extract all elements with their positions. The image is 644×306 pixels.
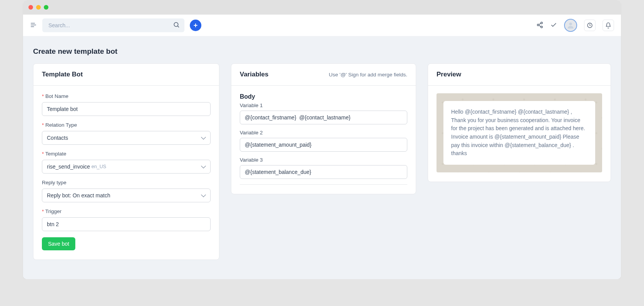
variable-1-label: Variable 1 — [240, 103, 407, 108]
variable-1-input[interactable] — [240, 111, 407, 124]
template-bot-card: Template Bot Bot Name Relation Type Cont… — [33, 63, 219, 260]
window-maximize-icon[interactable] — [44, 5, 48, 10]
bell-icon[interactable] — [603, 20, 614, 31]
template-label: Template — [42, 151, 211, 157]
reply-type-select[interactable]: Reply bot: On exact match — [42, 189, 211, 202]
template-value: rise_send_invoice — [47, 164, 90, 170]
preview-card-title: Preview — [437, 71, 461, 78]
svg-point-9 — [541, 26, 543, 28]
variables-card: Variables Use '@' Sign for add merge fie… — [231, 63, 416, 194]
bot-name-label: Bot Name — [42, 93, 211, 99]
preview-frame: Hello @{contact_firstname} @{contact_las… — [437, 93, 602, 172]
trigger-input[interactable] — [42, 217, 211, 231]
page-title: Create new template bot — [33, 47, 611, 56]
history-icon[interactable] — [584, 20, 596, 31]
reply-type-label: Reply type — [42, 180, 211, 185]
search-icon[interactable] — [173, 22, 180, 30]
topbar — [23, 15, 621, 36]
svg-line-11 — [539, 25, 541, 26]
menu-toggle-icon[interactable] — [30, 22, 37, 30]
preview-message: Hello @{contact_firstname} @{contact_las… — [443, 101, 595, 165]
window-minimize-icon[interactable] — [36, 5, 41, 10]
svg-point-8 — [537, 24, 539, 26]
template-locale: en_US — [91, 164, 106, 169]
trigger-label: Trigger — [42, 208, 211, 214]
svg-line-10 — [539, 23, 541, 24]
save-button[interactable]: Save bot — [42, 237, 75, 250]
variables-card-title: Variables — [240, 71, 269, 78]
variable-3-label: Variable 3 — [240, 157, 407, 163]
reply-type-value: Reply bot: On exact match — [47, 192, 110, 198]
template-bot-card-title: Template Bot — [42, 71, 83, 78]
svg-line-4 — [178, 26, 179, 27]
variable-2-label: Variable 2 — [240, 130, 407, 136]
titlebar — [23, 0, 621, 15]
search-wrap — [42, 18, 184, 32]
divider — [240, 184, 407, 185]
share-icon[interactable] — [536, 22, 543, 30]
relation-type-label: Relation Type — [42, 122, 211, 128]
variable-3-input[interactable] — [240, 165, 407, 179]
svg-point-12 — [569, 23, 572, 25]
relation-type-value: Contacts — [47, 135, 68, 141]
avatar[interactable] — [564, 19, 577, 32]
template-select[interactable]: rise_send_invoice en_US — [42, 160, 211, 174]
svg-point-3 — [174, 23, 178, 27]
search-input[interactable] — [42, 18, 184, 32]
relation-type-select[interactable]: Contacts — [42, 131, 211, 145]
preview-card: Preview Hello @{contact_firstname} @{con… — [428, 63, 611, 182]
bot-name-input[interactable] — [42, 102, 211, 116]
svg-point-7 — [541, 22, 543, 24]
variables-hint: Use '@' Sign for add merge fields. — [329, 72, 407, 78]
variable-2-input[interactable] — [240, 138, 407, 152]
window-close-icon[interactable] — [28, 5, 33, 10]
body-heading: Body — [240, 93, 407, 100]
check-icon[interactable] — [550, 22, 557, 30]
add-button[interactable] — [190, 20, 201, 31]
